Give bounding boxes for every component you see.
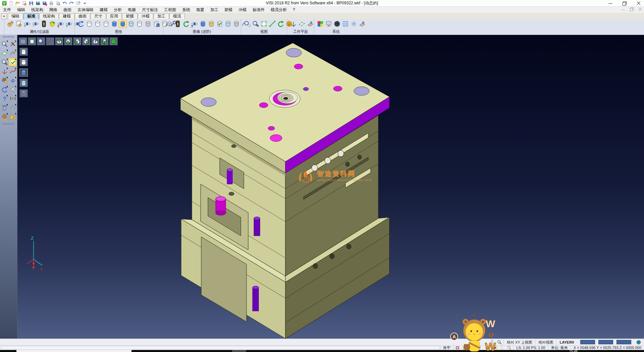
- restore-button[interactable]: [623, 1, 627, 5]
- visibility-add-icon[interactable]: +: [23, 20, 31, 28]
- tab-线架构[interactable]: 线架构: [39, 13, 59, 19]
- window-select-icon[interactable]: [506, 346, 512, 350]
- system-grid-icon[interactable]: [341, 20, 350, 28]
- system-colors-icon[interactable]: [316, 20, 324, 28]
- system-surface-icon[interactable]: [358, 20, 366, 28]
- selection-filter-icon[interactable]: [0, 40, 8, 48]
- menu-item-14[interactable]: 塑模: [221, 7, 235, 13]
- attribute-paint-icon[interactable]: [6, 20, 14, 28]
- save-button[interactable]: [28, 0, 34, 6]
- close-button[interactable]: [637, 1, 641, 5]
- image-shaded-icon[interactable]: [199, 20, 207, 28]
- menu-item-5[interactable]: 实体编辑: [74, 7, 97, 13]
- redo-button[interactable]: [68, 0, 74, 6]
- tab-尺寸[interactable]: 尺寸: [91, 13, 106, 19]
- system-monitor-icon[interactable]: [325, 20, 333, 28]
- view-line-icon[interactable]: [268, 20, 276, 28]
- child-close-button[interactable]: [638, 7, 642, 11]
- view-menu-icon[interactable]: [19, 37, 27, 45]
- filter-traffic-icon[interactable]: [40, 20, 48, 28]
- ucs-origin-icon[interactable]: [0, 67, 8, 75]
- tab-建模[interactable]: 建模: [59, 13, 74, 19]
- image-box-icon[interactable]: [165, 20, 173, 28]
- toolbar-grip[interactable]: [3, 36, 14, 38]
- material-jar-icon[interactable]: [499, 346, 504, 350]
- workplane-active-icon[interactable]: [492, 346, 497, 350]
- menu-item-8[interactable]: 电极: [125, 7, 139, 13]
- tab-标准[interactable]: 标准: [23, 13, 39, 19]
- menu-item-15[interactable]: 冲模: [235, 7, 250, 13]
- status-grip[interactable]: [491, 340, 493, 345]
- menu-item-2[interactable]: 线架构: [28, 7, 46, 13]
- print-button[interactable]: [48, 0, 54, 6]
- view-iso-icon[interactable]: [109, 37, 118, 45]
- search-icon[interactable]: [495, 338, 503, 346]
- export-folder-icon[interactable]: [9, 113, 17, 121]
- menu-item-0[interactable]: 文件: [0, 7, 14, 13]
- view-bottom-icon[interactable]: [64, 37, 72, 45]
- regenerate-icon[interactable]: [0, 85, 8, 93]
- body-hatched-icon[interactable]: [144, 20, 152, 28]
- workplane-axes-icon[interactable]: [289, 20, 298, 28]
- tab-编辑[interactable]: 编辑: [8, 13, 23, 19]
- view-extents-icon[interactable]: [28, 37, 36, 45]
- print-status-icon[interactable]: [484, 346, 490, 350]
- view-top-icon[interactable]: [55, 37, 63, 45]
- image-verify-icon[interactable]: [216, 20, 224, 28]
- attribute-copy-icon[interactable]: [15, 20, 23, 28]
- view-front-icon[interactable]: [100, 37, 109, 45]
- menu-item-13[interactable]: 加工: [207, 7, 221, 13]
- grid-window-icon[interactable]: [9, 76, 17, 84]
- menu-item-6[interactable]: 建模: [97, 7, 111, 13]
- lock-indicator[interactable]: 拴牢: [440, 346, 453, 350]
- menu-item-18[interactable]: ?: [290, 7, 298, 13]
- tab-dropdown-button[interactable]: [1, 13, 7, 19]
- tab-模流[interactable]: 模流: [169, 13, 185, 19]
- absolute-view-indicator[interactable]: 绝对视图: [535, 340, 556, 345]
- solid-view-icon[interactable]: [9, 85, 17, 93]
- child-restore-button[interactable]: [630, 7, 634, 11]
- child-minimize-button[interactable]: [622, 7, 625, 11]
- menu-item-17[interactable]: 模流分析: [268, 7, 290, 13]
- body-wireframe-2-icon[interactable]: [94, 20, 102, 28]
- undo-view-icon[interactable]: [9, 103, 17, 112]
- view-frame-icon[interactable]: [260, 20, 268, 28]
- import-file-button[interactable]: [21, 0, 28, 6]
- view-refresh-icon[interactable]: [277, 20, 285, 28]
- menu-item-1[interactable]: 编辑: [14, 7, 28, 13]
- view-right-icon[interactable]: [82, 37, 91, 45]
- shade-hidden-line-icon[interactable]: [19, 58, 28, 66]
- measure-distance-icon[interactable]: [9, 94, 17, 102]
- shade-transparent-icon[interactable]: [19, 79, 28, 87]
- view-zoom-icon[interactable]: [37, 37, 45, 45]
- body-shaded-active-icon[interactable]: [119, 20, 127, 28]
- tab-塑膜[interactable]: 塑膜: [122, 13, 138, 19]
- history-button[interactable]: [75, 0, 81, 6]
- grid-toggle-icon[interactable]: [470, 346, 475, 350]
- toolbar-grip[interactable]: [3, 123, 14, 125]
- zoom-solid-icon[interactable]: [0, 58, 8, 66]
- filter-refresh-icon[interactable]: [48, 20, 56, 28]
- visibility-toggle-icon[interactable]: ±: [57, 20, 65, 28]
- layer-color-2[interactable]: [598, 340, 613, 344]
- image-toggle-icon[interactable]: ±: [191, 20, 199, 28]
- erase-entity-icon[interactable]: [9, 40, 17, 48]
- sketch-curve-icon[interactable]: [9, 49, 17, 57]
- graphics-refresh-icon[interactable]: [77, 20, 85, 28]
- shade-shaded-icon[interactable]: [19, 69, 28, 77]
- image-transparent-icon[interactable]: [224, 20, 232, 28]
- save-all-button[interactable]: [42, 0, 48, 6]
- quick-access-dropdown[interactable]: [82, 0, 88, 6]
- menu-item-4[interactable]: 曲面: [60, 7, 74, 13]
- minimize-button[interactable]: [608, 1, 612, 5]
- menu-item-16[interactable]: 标准件: [250, 7, 268, 13]
- navigate-wheel-icon[interactable]: [0, 113, 8, 121]
- tab-曲面[interactable]: 曲面: [75, 13, 90, 19]
- body-compare-icon[interactable]: [152, 20, 160, 28]
- scale-indicator[interactable]: LS: 1.00 PS: 1.00: [513, 346, 548, 350]
- visibility-remove-icon[interactable]: -: [32, 20, 40, 28]
- units-indicator[interactable]: 单位: 毫米: [548, 346, 571, 350]
- edit-spline-icon[interactable]: [9, 67, 17, 75]
- menu-item-12[interactable]: 视窗: [193, 7, 207, 13]
- workplane-surface-icon[interactable]: [306, 20, 314, 28]
